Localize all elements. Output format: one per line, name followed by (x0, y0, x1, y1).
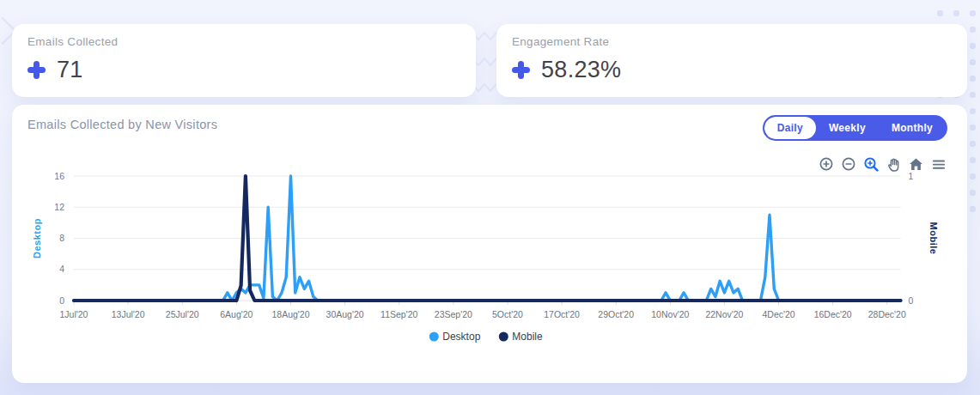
y-left-tick-label: 0 (59, 295, 64, 306)
y-right-axis-title: Mobile (928, 222, 939, 255)
x-tick-label: 29Oct'20 (598, 309, 634, 319)
emails-line-chart[interactable]: 0481216011Jul'2013Jul'2025Jul'206Aug'201… (12, 155, 967, 376)
toggle-monthly[interactable]: Monthly (879, 117, 946, 139)
x-tick-label: 17Oct'20 (544, 309, 580, 319)
stat-card-engagement-rate: Engagement Rate 58.23% (496, 24, 967, 97)
x-tick-label: 28Dec'20 (868, 309, 906, 319)
x-tick-label: 10Nov'20 (651, 309, 689, 319)
x-tick-label: 23Sep'20 (435, 309, 472, 319)
y-right-tick-label: 1 (909, 171, 914, 181)
x-tick-label: 16Dec'20 (814, 309, 852, 319)
y-left-tick-label: 16 (54, 171, 64, 181)
x-tick-label: 5Oct'20 (492, 309, 523, 319)
period-toggle: Daily Weekly Monthly (763, 115, 947, 141)
chart-title: Emails Collected by New Visitors (27, 118, 217, 131)
toggle-daily[interactable]: Daily (764, 117, 816, 139)
stat-label: Emails Collected (27, 35, 118, 48)
x-tick-label: 4Dec'20 (762, 309, 794, 319)
x-tick-label: 30Aug'20 (326, 309, 364, 319)
y-left-tick-label: 12 (54, 202, 64, 212)
x-tick-label: 22Nov'20 (705, 309, 743, 319)
legend-label-desktop[interactable]: Desktop (442, 331, 480, 343)
x-tick-label: 13Jul'20 (112, 309, 145, 319)
x-tick-label: 11Sep'20 (380, 309, 417, 319)
y-left-tick-label: 4 (59, 264, 64, 274)
stat-label: Engagement Rate (512, 35, 609, 48)
dashboard-page: { "stats": [ { "label": "Emails Collecte… (0, 0, 980, 395)
toggle-weekly[interactable]: Weekly (816, 117, 879, 139)
plus-icon (27, 61, 46, 79)
plus-icon (512, 61, 530, 79)
legend-marker-desktop[interactable] (429, 332, 439, 342)
x-tick-label: 25Jul'20 (166, 309, 199, 319)
y-right-tick-label: 0 (909, 295, 914, 306)
stat-value: 58.23% (541, 57, 621, 83)
y-left-tick-label: 8 (59, 233, 64, 243)
emails-chart-card: Emails Collected by New Visitors Daily W… (12, 105, 967, 383)
x-tick-label: 6Aug'20 (220, 309, 253, 319)
stat-value: 71 (57, 57, 83, 83)
y-left-axis-title: Desktop (32, 218, 42, 258)
x-tick-label: 18Aug'20 (271, 309, 309, 319)
legend-marker-mobile[interactable] (499, 332, 508, 342)
x-tick-label: 1Jul'20 (60, 309, 88, 319)
legend-label-mobile[interactable]: Mobile (512, 331, 543, 343)
stat-card-emails-collected: Emails Collected 71 (12, 24, 476, 97)
